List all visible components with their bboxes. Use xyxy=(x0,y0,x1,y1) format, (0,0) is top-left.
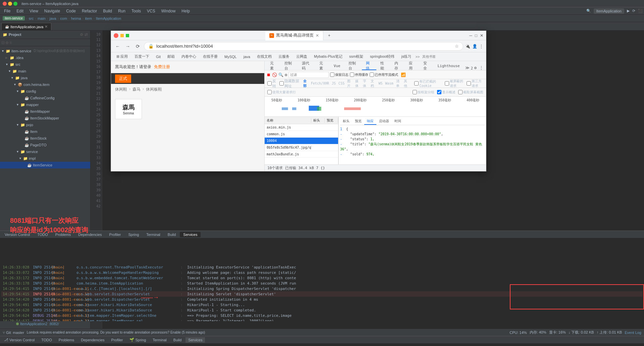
close-tab-icon[interactable]: ✕ xyxy=(316,33,319,38)
filter-other[interactable]: 其他 xyxy=(404,79,409,88)
tree-item-main[interactable]: ▼ 📁 main xyxy=(0,68,90,75)
tree-item-itemmapper[interactable]: ▶ ☕ ItemMapper xyxy=(0,108,90,115)
tree-item-config[interactable]: ▼ 📁 config xyxy=(0,88,90,95)
filter-js[interactable]: JS xyxy=(332,82,336,85)
rt-response[interactable]: 响应 xyxy=(364,118,376,125)
git-branch[interactable]: ⑂ Git: master xyxy=(3,331,24,335)
third-party-label[interactable]: 第三方请求 xyxy=(467,79,483,88)
screenshot-checkbox[interactable] xyxy=(458,90,463,94)
dt-tab-app[interactable]: 应用 xyxy=(405,62,419,70)
back-button[interactable]: ← xyxy=(114,42,122,50)
bookmark-git[interactable]: Git xyxy=(153,54,163,59)
tool-todo[interactable]: TODO xyxy=(39,337,55,343)
blocked-label[interactable]: 被屏蔽的请求 xyxy=(445,79,464,88)
wifi-icon[interactable]: 📶 xyxy=(401,72,406,77)
bookmark-baidu[interactable]: 百度一下 xyxy=(132,53,152,60)
invert-checkbox[interactable] xyxy=(267,81,272,86)
large-rows-label[interactable]: 使用大量请求行 xyxy=(267,90,296,95)
tool-services[interactable]: Services xyxy=(185,337,205,343)
dt-tab-vue[interactable]: Vue xyxy=(330,62,344,70)
tool-build[interactable]: Build xyxy=(171,337,184,343)
filter-doc[interactable]: 文档 xyxy=(371,79,376,88)
bc-senma[interactable]: 森马 xyxy=(132,87,141,92)
bookmark-cloud[interactable]: 云服务 xyxy=(276,53,292,60)
register-link[interactable]: 免费注册 xyxy=(154,64,170,70)
bookmark-java[interactable]: java xyxy=(241,54,253,59)
net-row-common[interactable]: common.js xyxy=(265,131,338,138)
collapse-all-icon[interactable]: ⊟ xyxy=(1,40,5,45)
net-row-mathjax[interactable]: mathJaxBundle.js xyxy=(265,151,338,158)
net-row-10004[interactable]: 10004 xyxy=(265,138,338,144)
screenshot-label[interactable]: 截取屏幕截图 xyxy=(458,90,483,95)
address-bar[interactable]: 🔒 localhost/item.html?id=10004 ☆ xyxy=(144,42,463,51)
devtools-more2-icon[interactable]: ⋮ xyxy=(478,65,485,70)
hide-data-url-label[interactable]: 隐藏数据网址 xyxy=(279,79,300,89)
bookmark-js[interactable]: js练习 xyxy=(398,53,414,60)
has-cookie-checkbox[interactable] xyxy=(414,81,419,86)
bookmark-ssm[interactable]: ssm框架 xyxy=(346,53,366,60)
filter-css[interactable]: CSS xyxy=(338,82,344,85)
dt-tab-network[interactable]: 网络 xyxy=(362,62,376,70)
tree-item-impl[interactable]: ▼ 📁 impl xyxy=(0,155,90,162)
browser-min-button[interactable] xyxy=(120,34,124,37)
filter-all[interactable]: 全部 xyxy=(303,79,308,88)
bc-main[interactable]: main xyxy=(38,16,46,20)
tree-item-idea[interactable]: ▶ 📁 .idea xyxy=(0,54,90,61)
window-controls[interactable] xyxy=(3,2,17,6)
tree-item-mapper[interactable]: ▼ 📁 mapper xyxy=(0,101,90,108)
editor-tab-itemapp[interactable]: ☕ ItemApplication.java ✕ xyxy=(1,23,51,30)
filter-fetch[interactable]: Fetch/XHR xyxy=(311,82,329,85)
dt-tab-elem2[interactable]: 元素 xyxy=(315,62,330,70)
bc-itemapp[interactable]: ItemApplication xyxy=(96,16,121,20)
browser-max-button[interactable] xyxy=(126,34,129,37)
col-name[interactable]: 名称 xyxy=(265,118,311,123)
tree-item-caffeineconfig[interactable]: ▶ ☕ CaffeineConfig xyxy=(0,95,90,101)
col-preview[interactable]: 预览 xyxy=(325,118,338,123)
reload-button[interactable]: ⟳ xyxy=(134,42,142,50)
minimize-button[interactable] xyxy=(8,2,12,6)
filter-icon[interactable]: ⚙ xyxy=(285,72,287,77)
third-party-checkbox[interactable] xyxy=(467,81,471,86)
new-tab-button[interactable]: + xyxy=(325,33,333,38)
extensions-icon[interactable]: 🔌 xyxy=(465,44,470,49)
bookmark-manual[interactable]: 在线手册 xyxy=(200,53,220,60)
bc-com[interactable]: com xyxy=(60,16,67,20)
dt-tab-console2[interactable]: 控制台 xyxy=(344,62,362,70)
rt-header[interactable]: 标头 xyxy=(340,118,352,125)
ct-terminal[interactable]: Terminal xyxy=(143,232,164,237)
tree-item-src[interactable]: ▼ 📁 src xyxy=(0,61,90,68)
ct-services[interactable]: Services xyxy=(180,232,201,237)
preserve-log-label[interactable]: 保留日志 xyxy=(330,72,348,77)
bookmark-mysql[interactable]: MySQL xyxy=(222,54,239,59)
menu-tools[interactable]: Tools xyxy=(129,8,144,14)
preserve-log-checkbox[interactable] xyxy=(330,72,334,77)
sidebar-settings-icon[interactable]: ⚙ xyxy=(80,33,83,37)
show-overview-label[interactable]: 显示概述 xyxy=(437,90,455,95)
net-row-axios[interactable]: axios.min.js xyxy=(265,124,338,131)
tree-item-pagedto[interactable]: ▶ ☕ PageDTO xyxy=(0,142,90,148)
filter-font[interactable]: 字体 xyxy=(363,79,368,88)
nav-formal-btn[interactable]: 正式 xyxy=(115,75,131,83)
menu-refactor[interactable]: Refactor xyxy=(79,8,100,14)
dt-tab-security[interactable]: 安全 xyxy=(419,62,434,70)
close-tab-icon[interactable]: ✕ xyxy=(45,24,48,29)
tree-item-service[interactable]: ▼ 📁 service xyxy=(0,148,90,155)
bookmark-springboot[interactable]: springboot经纬 xyxy=(367,53,397,60)
maximize-button[interactable] xyxy=(13,2,17,6)
tool-profiler[interactable]: Profiler xyxy=(109,337,126,343)
filter-manifest[interactable]: 清单 xyxy=(396,79,401,88)
filter-media[interactable]: 媒体 xyxy=(355,79,360,88)
menu-build[interactable]: Build xyxy=(100,8,115,14)
tree-item-package[interactable]: ▼ 📦 com.heima.item xyxy=(0,81,90,88)
group-by-frame-checkbox[interactable] xyxy=(413,90,417,94)
rt-preview[interactable]: 预览 xyxy=(352,118,364,125)
bookmark-docs[interactable]: 在线文档 xyxy=(254,53,274,60)
bc-casual[interactable]: 休闲鞋 xyxy=(115,87,127,92)
menu-icon[interactable]: ⋮ xyxy=(479,44,483,49)
event-log-link[interactable]: Event Log xyxy=(625,331,641,335)
window-restore-icon[interactable]: □ xyxy=(475,33,477,38)
menu-vcs[interactable]: VCS xyxy=(144,8,158,14)
net-row-img[interactable]: 0b5fe8c5d9bf6c47.jpg/q7... xyxy=(265,144,338,151)
dt-tab-memory[interactable]: 内存 xyxy=(390,62,405,70)
forward-button[interactable]: → xyxy=(124,42,132,50)
